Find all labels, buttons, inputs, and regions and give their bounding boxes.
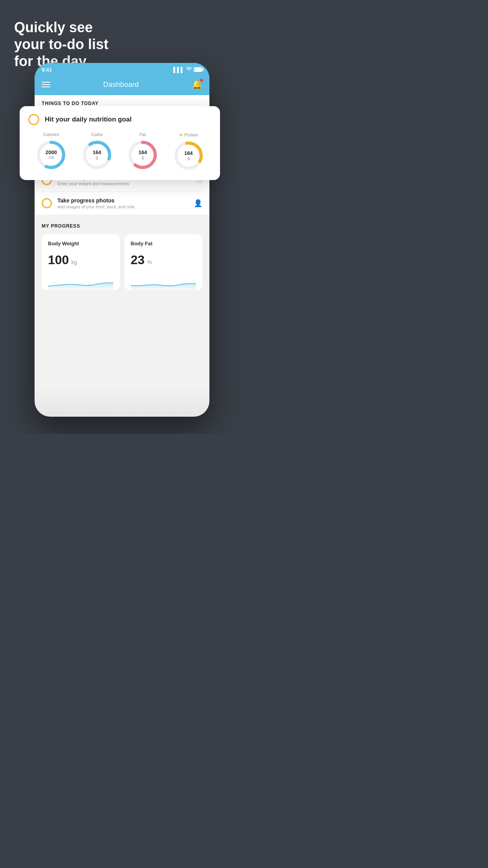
todo-subtitle: Add images of your front, back, and side [57, 204, 188, 209]
body-weight-value: 100 [48, 253, 69, 267]
phone-bottom-shadow [35, 385, 209, 417]
carbs-donut: 164 g [81, 139, 113, 171]
headline-line1: Quickly see [14, 19, 108, 36]
headline-line2: your to-do list [14, 36, 108, 53]
calories-value: 2000 [46, 150, 57, 155]
nutrition-card-title: Hit your daily nutrition goal [45, 116, 132, 123]
todo-checkbox-yellow[interactable] [42, 198, 52, 208]
things-section: THINGS TO DO TODAY [35, 95, 209, 106]
progress-title: MY PROGRESS [42, 223, 202, 229]
person-icon: 👤 [194, 199, 202, 208]
list-item[interactable]: Take progress photos Add images of your … [42, 192, 202, 215]
fat-donut: 164 g [127, 139, 158, 171]
wifi-icon [186, 67, 192, 73]
fat-unit: g [138, 156, 147, 160]
body-weight-chart [48, 274, 114, 290]
page-headline: Quickly see your to-do list for the day. [14, 19, 108, 70]
todo-subtitle: Enter your weight and measurements [57, 181, 191, 186]
progress-section: MY PROGRESS Body Weight 100 kg [35, 215, 209, 297]
protein-label: ★ Protein [179, 132, 198, 138]
protein-item: ★ Protein 164 g [173, 132, 204, 171]
status-bar: 9:41 ▌▌▌ [35, 63, 209, 75]
calories-donut: 2000 cal [35, 139, 67, 171]
battery-icon [194, 67, 202, 72]
fat-value: 164 [138, 150, 147, 155]
body-weight-card: Body Weight 100 kg [42, 234, 120, 290]
body-weight-unit: kg [71, 259, 77, 265]
status-time: 9:41 [42, 67, 52, 73]
body-fat-card: Body Fat 23 % [125, 234, 203, 290]
notifications-button[interactable]: 🔔 [192, 79, 202, 90]
body-weight-title: Body Weight [48, 241, 114, 246]
app-header: Dashboard 🔔 [35, 75, 209, 95]
body-fat-value: 23 [131, 253, 145, 267]
body-fat-unit: % [147, 259, 152, 265]
nutrition-circles: Calories 2000 cal Carbs [28, 132, 211, 171]
signal-icon: ▌▌▌ [173, 67, 184, 73]
fat-label: Fat [139, 132, 146, 137]
carbs-value: 164 [93, 150, 101, 155]
star-icon: ★ [179, 132, 183, 138]
carbs-item: Carbs 164 g [81, 132, 113, 171]
status-icons: ▌▌▌ [173, 67, 202, 73]
carbs-label: Carbs [91, 132, 103, 137]
nutrition-card: Hit your daily nutrition goal Calories 2… [20, 106, 220, 180]
nutrition-checkbox[interactable] [28, 114, 39, 125]
todo-title: Take progress photos [57, 197, 188, 204]
protein-value: 164 [184, 151, 193, 156]
carbs-unit: g [93, 156, 101, 160]
notification-badge [200, 79, 203, 82]
calories-item: Calories 2000 cal [35, 132, 67, 171]
progress-cards: Body Weight 100 kg [42, 234, 202, 290]
calories-unit: cal [46, 156, 57, 160]
header-title: Dashboard [103, 81, 139, 89]
body-fat-title: Body Fat [131, 241, 196, 246]
body-fat-chart [131, 274, 196, 290]
things-section-title: THINGS TO DO TODAY [42, 101, 202, 106]
protein-unit: g [184, 156, 193, 161]
calories-label: Calories [43, 132, 59, 137]
fat-item: Fat 164 g [127, 132, 158, 171]
menu-button[interactable] [42, 82, 50, 87]
protein-donut: 164 g [173, 140, 204, 171]
